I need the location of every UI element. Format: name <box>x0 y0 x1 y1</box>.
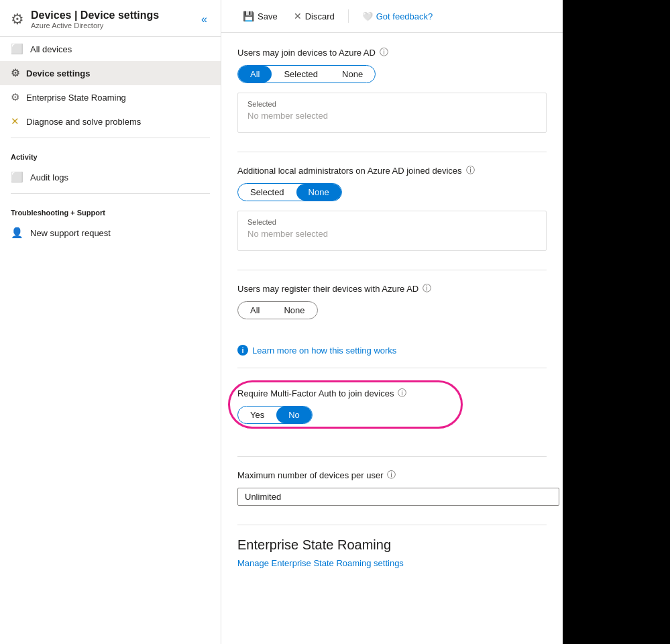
register-devices-label: Users may register their devices with Az… <box>237 282 547 294</box>
sidebar-divider-activity <box>11 138 210 138</box>
sidebar-item-new-support[interactable]: 👤 New support request <box>0 221 221 245</box>
join-devices-no-member: No member selected <box>247 111 537 121</box>
divider-1 <box>237 152 547 152</box>
local-admins-toggle-group: Selected None <box>237 183 342 201</box>
sidebar-item-label: Device settings <box>26 68 90 78</box>
device-icon: ⬜ <box>11 43 23 55</box>
sidebar-item-audit-logs[interactable]: ⬜ Audit logs <box>0 165 221 189</box>
sidebar-title-block: Devices | Device settings Azure Active D… <box>31 9 159 30</box>
local-admins-area-label: Selected <box>247 218 537 226</box>
mfa-no-button[interactable]: No <box>276 407 312 423</box>
sidebar-item-label: All devices <box>30 44 72 54</box>
sidebar-item-device-settings[interactable]: ⚙ Device settings <box>0 61 221 85</box>
local-admins-selected-button[interactable]: Selected <box>238 184 296 201</box>
enterprise-section: Enterprise State Roaming Manage Enterpri… <box>237 537 547 568</box>
register-devices-section: Users may register their devices with Az… <box>237 282 547 326</box>
sidebar-item-diagnose-solve[interactable]: ✕ Diagnose and solve problems <box>0 109 221 133</box>
max-devices-input[interactable] <box>237 488 559 506</box>
join-devices-area-label: Selected <box>247 100 537 108</box>
right-overlay <box>563 0 670 644</box>
sidebar-item-enterprise-state-roaming[interactable]: ⚙ Enterprise State Roaming <box>0 85 221 109</box>
mfa-section: Require Multi-Factor Auth to join device… <box>237 380 547 437</box>
enterprise-icon: ⚙ <box>11 91 19 103</box>
local-admins-none-button[interactable]: None <box>296 184 341 201</box>
join-devices-label: Users may join devices to Azure AD ⓘ <box>237 46 547 58</box>
local-admins-no-member: No member selected <box>247 229 537 239</box>
sidebar-item-label: New support request <box>30 228 111 238</box>
mfa-yes-button[interactable]: Yes <box>238 407 276 423</box>
divider-3 <box>237 368 547 368</box>
join-devices-selected-button[interactable]: Selected <box>272 66 330 83</box>
sidebar: ⚙ Devices | Device settings Azure Active… <box>0 0 221 644</box>
toolbar: 💾 Save ✕ Discard 🤍 Got feedback? <box>221 0 563 33</box>
max-devices-section: Maximum number of devices per user ⓘ <box>237 469 547 506</box>
sidebar-main-title: Devices | Device settings <box>31 9 159 21</box>
divider-5 <box>237 525 547 525</box>
audit-logs-icon: ⬜ <box>11 171 23 183</box>
join-devices-toggle-group: All Selected None <box>237 65 376 83</box>
divider-4 <box>237 456 547 457</box>
enterprise-link[interactable]: Manage Enterprise State Roaming settings <box>237 558 404 568</box>
learn-more-label: Learn more on how this setting works <box>252 345 396 356</box>
join-devices-none-button[interactable]: None <box>330 66 375 83</box>
register-devices-none-button[interactable]: None <box>272 302 317 319</box>
troubleshooting-section-label: Troubleshooting + Support <box>0 198 221 221</box>
diagnose-icon: ✕ <box>11 115 19 127</box>
toolbar-divider <box>348 9 349 23</box>
sidebar-item-all-devices[interactable]: ⬜ All devices <box>0 37 221 61</box>
save-icon: 💾 <box>243 11 254 21</box>
local-admins-section: Additional local administrators on Azure… <box>237 164 547 251</box>
join-devices-all-button[interactable]: All <box>238 66 272 83</box>
sidebar-item-label: Enterprise State Roaming <box>26 93 126 103</box>
mfa-info-icon[interactable]: ⓘ <box>398 387 406 399</box>
register-devices-info-icon[interactable]: ⓘ <box>423 282 431 294</box>
collapse-sidebar-button[interactable]: « <box>199 11 210 28</box>
sidebar-divider-troubleshooting <box>11 193 210 194</box>
mfa-label: Require Multi-Factor Auth to join device… <box>237 387 547 399</box>
sidebar-item-label: Diagnose and solve problems <box>26 117 141 127</box>
main-content: 💾 Save ✕ Discard 🤍 Got feedback? Users m… <box>221 0 563 644</box>
save-label: Save <box>258 11 278 21</box>
local-admins-selected-area: Selected No member selected <box>237 211 547 251</box>
join-devices-section: Users may join devices to Azure AD ⓘ All… <box>237 46 547 133</box>
max-devices-info-icon[interactable]: ⓘ <box>387 469 396 481</box>
save-button[interactable]: 💾 Save <box>237 8 283 24</box>
gear-icon: ⚙ <box>11 11 24 28</box>
enterprise-title: Enterprise State Roaming <box>237 537 547 553</box>
divider-2 <box>237 270 547 270</box>
discard-label: Discard <box>305 11 335 21</box>
register-devices-toggle-group: All None <box>237 301 318 319</box>
local-admins-info-icon[interactable]: ⓘ <box>466 164 475 176</box>
feedback-button[interactable]: 🤍 Got feedback? <box>357 9 439 24</box>
register-devices-all-button[interactable]: All <box>238 302 272 319</box>
sidebar-item-label: Audit logs <box>30 172 68 182</box>
local-admins-label: Additional local administrators on Azure… <box>237 164 547 176</box>
content-area: Users may join devices to Azure AD ⓘ All… <box>221 33 563 644</box>
sidebar-header: ⚙ Devices | Device settings Azure Active… <box>0 0 221 37</box>
discard-button[interactable]: ✕ Discard <box>288 8 340 24</box>
join-devices-info-icon[interactable]: ⓘ <box>380 46 388 58</box>
feedback-label: Got feedback? <box>376 11 433 21</box>
learn-more-info-icon: i <box>237 345 248 356</box>
person-icon: 👤 <box>11 227 23 239</box>
max-devices-label: Maximum number of devices per user ⓘ <box>237 469 547 481</box>
settings-gear-icon: ⚙ <box>11 67 19 79</box>
mfa-toggle-group: Yes No <box>237 406 313 424</box>
activity-section-label: Activity <box>0 142 221 165</box>
learn-more-link[interactable]: i Learn more on how this setting works <box>237 345 547 356</box>
heart-icon: 🤍 <box>362 11 373 21</box>
sidebar-sub-title: Azure Active Directory <box>31 21 159 30</box>
join-devices-selected-area: Selected No member selected <box>237 93 547 133</box>
discard-icon: ✕ <box>294 11 302 21</box>
